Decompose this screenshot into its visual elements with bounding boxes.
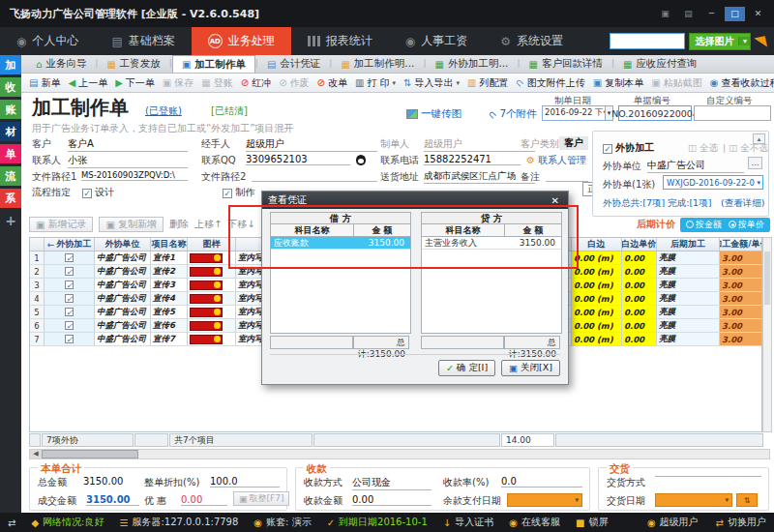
statusbar-在线客服[interactable]: ◉在线客服: [509, 516, 560, 529]
pricing-radio-按金额[interactable]: 按金额: [686, 219, 722, 231]
rail-tab-+[interactable]: +: [0, 211, 21, 230]
grid-col-外协加工[interactable]: ←外协加工: [45, 238, 95, 251]
statusbar-sync[interactable]: ⇄: [8, 516, 15, 529]
toolbar-上一单[interactable]: ◀上一单: [64, 74, 111, 92]
statusbar-导入证书[interactable]: ↓导入证书: [443, 516, 493, 529]
contact-manage-link[interactable]: 联系人管理: [538, 154, 586, 167]
coupon-value[interactable]: 0.00: [181, 494, 227, 506]
select-all-link[interactable]: ◫ 全选: [688, 142, 718, 155]
nav-item-业务处理[interactable]: AD业务处理: [192, 27, 291, 55]
date-select[interactable]: 2016-09-22 下午 02:0 ▾: [542, 105, 613, 121]
qq-penguin-icon[interactable]: [356, 155, 366, 165]
quick-upload-link[interactable]: 一键传图: [406, 107, 461, 121]
sample-image-icon[interactable]: [190, 321, 223, 331]
tab-应收应付查询[interactable]: ▦应收应付查询: [614, 55, 705, 73]
posted-tag-link[interactable]: (已登账): [145, 104, 182, 118]
checkbox-icon[interactable]: ✓: [65, 253, 74, 262]
toolbar-查看收款过程[interactable]: ◉查看收款过程: [706, 74, 774, 92]
tab-加工制作明...[interactable]: ▦加工制作明...: [332, 55, 423, 73]
path1-value[interactable]: MS-20160903ZPQV:D:\: [81, 170, 188, 181]
sample-image-icon[interactable]: [190, 281, 223, 290]
grid-col-外协单位[interactable]: 外协单位: [95, 238, 151, 251]
sample-image-icon[interactable]: [190, 267, 223, 277]
sample-image-icon[interactable]: [190, 308, 223, 317]
attachments-link[interactable]: ⊂ 7个附件: [489, 107, 537, 121]
memo-value[interactable]: [546, 170, 588, 182]
close-icon[interactable]: ✕: [549, 195, 562, 206]
debit-row[interactable]: 应收账款3150.00: [271, 237, 410, 250]
close-button[interactable]: ✕: [748, 7, 768, 21]
tab-业务向导[interactable]: ⌂业务向导: [27, 55, 95, 73]
rail-tab-收[interactable]: 收: [0, 77, 21, 97]
sample-image-icon[interactable]: [190, 294, 223, 304]
delivery-method-value[interactable]: [655, 476, 761, 477]
delivery-date-select[interactable]: ▾: [655, 493, 732, 507]
toolbar-复制本单[interactable]: ▣复制本单: [589, 74, 647, 92]
rail-tab-账[interactable]: 账: [0, 100, 21, 119]
rail-tab-流[interactable]: 流: [0, 166, 21, 186]
toolbar-登账[interactable]: ▦登账: [197, 74, 236, 92]
statusbar-账套: 演示[interactable]: ◉账套: 演示: [253, 516, 311, 529]
statusbar-锁屏[interactable]: ■锁屏: [576, 516, 608, 529]
statusbar-切换用户[interactable]: ⇄切换用户: [716, 516, 766, 529]
checkbox-icon[interactable]: ✓: [65, 335, 74, 343]
grid-col-0[interactable]: [30, 238, 45, 251]
grid-col-图样[interactable]: 图样: [188, 238, 236, 251]
phone-value[interactable]: 15882252471: [424, 154, 521, 165]
checkbox-icon[interactable]: ✓: [65, 308, 74, 316]
flow-design-check[interactable]: ✓ 设计: [82, 186, 114, 199]
skin-icon[interactable]: ▤: [678, 7, 699, 21]
vertical-scrollbar[interactable]: [762, 237, 772, 432]
grid-下移↓[interactable]: 下移↓: [227, 218, 254, 231]
outsource-order-select[interactable]: WXJGD-2016-09-22-0001 ▾: [663, 175, 763, 190]
scrollbar-thumb[interactable]: [42, 450, 138, 458]
nav-item-系统设置[interactable]: ⚙系统设置: [484, 27, 580, 55]
grid-新增记录[interactable]: ▣新增记录: [29, 217, 93, 232]
custom-no-input[interactable]: [694, 105, 771, 121]
balance-date-select[interactable]: ▾: [507, 493, 582, 507]
checkbox-icon[interactable]: ✓: [65, 267, 74, 276]
outsource-detail-link[interactable]: (查看详细): [721, 197, 764, 210]
toolbar-新单[interactable]: ▤新单: [25, 74, 64, 92]
nav-item-基础档案[interactable]: ▤基础档案: [95, 27, 191, 55]
grid-上移↑[interactable]: 上移↑: [194, 218, 222, 231]
toolbar-图文附件上传[interactable]: ⊂图文附件上传: [512, 74, 588, 92]
contact-value[interactable]: 小张: [68, 154, 188, 168]
round-button[interactable]: ▣取整[F7]: [233, 491, 289, 506]
outsource-check[interactable]: ✓ 外协加工: [603, 141, 654, 155]
grid-col-白边[interactable]: 白边: [572, 238, 622, 251]
settled-tag-link[interactable]: [已结清]: [211, 104, 248, 118]
toolbar-粘贴截图[interactable]: ▣粘贴截图: [647, 74, 705, 92]
nav-item-人事工资[interactable]: ◉人事工资: [389, 27, 484, 55]
grid-col-项目名称[interactable]: 项目名称: [151, 238, 188, 251]
tab-外协加工明...[interactable]: ▦外协加工明...: [426, 55, 517, 73]
customer-value[interactable]: 客户A: [68, 137, 188, 152]
tab-工资发放[interactable]: ▦工资发放: [98, 55, 168, 73]
statusbar-超级用户[interactable]: ◉超级用户: [647, 516, 699, 529]
minimize-button[interactable]: ─: [701, 7, 722, 21]
modal-close-button[interactable]: ▣关闭[X]: [501, 360, 560, 376]
grid-复制新增[interactable]: ▣复制新增: [99, 217, 163, 232]
credit-row[interactable]: 主营业务收入3150.00: [422, 237, 561, 250]
rail-tab-系[interactable]: 系: [0, 189, 21, 208]
checkbox-icon[interactable]: ✓: [65, 281, 74, 289]
toolbar-红冲[interactable]: ⊘红冲: [237, 74, 275, 92]
outsource-unit-value[interactable]: 中盛广告公司: [647, 159, 744, 173]
path2-value[interactable]: [252, 170, 377, 182]
address-value[interactable]: 成都市武侯区汇点广场: [424, 170, 535, 184]
grid-col-后期加工[interactable]: 后期加工: [657, 238, 720, 251]
rail-tab-单[interactable]: 单: [0, 144, 21, 163]
image-search-input[interactable]: [610, 33, 685, 49]
payment-method-value[interactable]: 公司现金: [352, 476, 432, 490]
checkbox-icon[interactable]: ✓: [65, 294, 74, 303]
grid-col-加工金额/单价[interactable]: 加工金额/单价: [720, 238, 762, 251]
statusbar-服务器:127.0.0.1:7798[interactable]: ☰服务器:127.0.0.1:7798: [119, 516, 238, 529]
maximize-button[interactable]: □: [725, 7, 745, 21]
pricing-radio-按单价[interactable]: 按单价: [729, 219, 764, 231]
handler-value[interactable]: 超级用户: [246, 137, 377, 152]
rail-tab-加[interactable]: 加: [0, 55, 21, 74]
toolbar-打印[interactable]: ▥打 印▾: [351, 74, 400, 92]
tab-会计凭证[interactable]: ▤会计凭证: [258, 55, 329, 73]
statusbar-到期日期2016-10-1[interactable]: ✓到期日期2016-10-1: [327, 516, 428, 529]
grid-删除[interactable]: 删除: [169, 218, 189, 231]
